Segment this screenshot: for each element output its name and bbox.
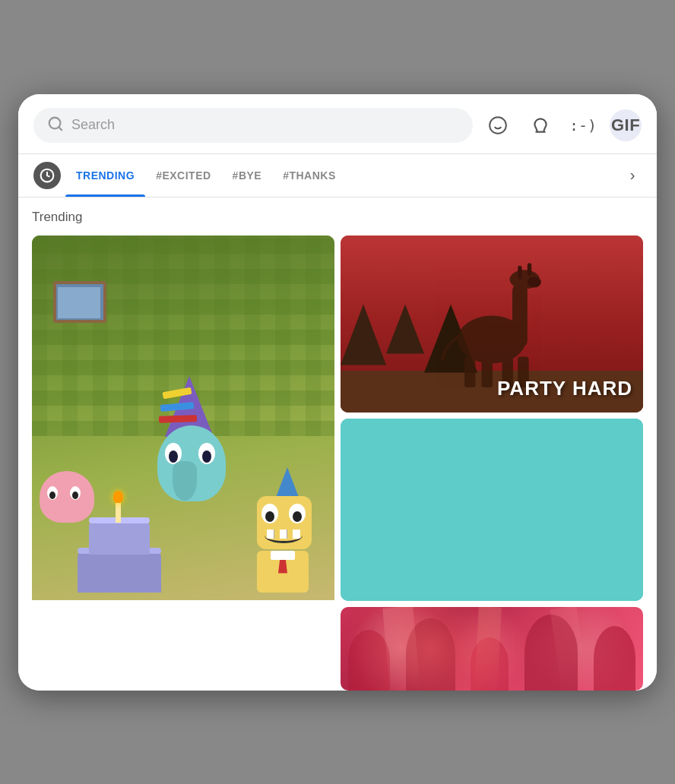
tabs-more-button[interactable]: › (619, 154, 646, 197)
search-icon (47, 115, 64, 135)
tab-trending[interactable]: TRENDING (65, 154, 145, 197)
tab-thanks-label: #THANKS (283, 169, 336, 182)
gif-button[interactable]: GIF (610, 109, 642, 141)
search-placeholder: Search (71, 117, 115, 133)
section-title: Trending (32, 210, 643, 225)
app-frame: Search :-) GIF (18, 94, 657, 691)
svg-point-9 (528, 277, 541, 287)
gif-label: GIF (611, 115, 640, 135)
chevron-right-icon: › (630, 166, 635, 184)
emoticon-button[interactable]: :-) (567, 109, 599, 141)
clock-icon (33, 162, 61, 189)
search-box[interactable]: Search (33, 108, 473, 143)
top-icons: :-) GIF (482, 109, 642, 141)
content-area: Trending (18, 198, 657, 691)
svg-rect-7 (512, 285, 528, 346)
svg-rect-11 (528, 263, 531, 275)
omega-button[interactable] (524, 109, 556, 141)
gif-party-crowd[interactable] (341, 607, 643, 691)
svg-point-2 (490, 117, 506, 134)
tab-excited-label: #EXCITED (156, 169, 211, 182)
tab-trending-label: TRENDING (76, 169, 135, 182)
gif-have-good-day[interactable]: HAVE A GOOD DAY (341, 419, 643, 601)
svg-rect-13 (482, 356, 493, 387)
svg-rect-12 (464, 356, 475, 387)
gif-party-hard[interactable]: PARTY HARD (341, 236, 643, 413)
right-column: PARTY HARD HAVE A GOOD DAY (341, 236, 643, 601)
party-hard-text: PARTY HARD (497, 377, 632, 400)
svg-rect-10 (518, 265, 521, 279)
party-lights (341, 607, 643, 691)
tab-clock[interactable] (29, 154, 65, 197)
tab-bye[interactable]: #BYE (222, 154, 273, 197)
tab-thanks[interactable]: #THANKS (272, 154, 347, 197)
emoji-button[interactable] (482, 109, 514, 141)
tab-bye-label: #BYE (233, 169, 262, 182)
top-bar: Search :-) GIF (18, 94, 657, 153)
tabs-bar: TRENDING #EXCITED #BYE #THANKS › (18, 154, 657, 198)
tab-excited[interactable]: #EXCITED (145, 154, 221, 197)
giraffe-icon (423, 251, 560, 387)
gif-grid: PARTY HARD HAVE A GOOD DAY (32, 236, 643, 691)
gif-spongebob[interactable] (32, 236, 334, 691)
svg-line-1 (59, 127, 62, 130)
